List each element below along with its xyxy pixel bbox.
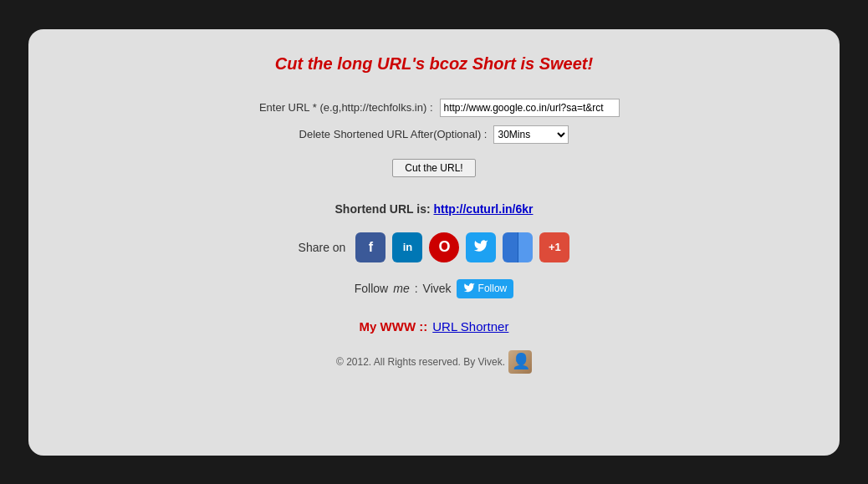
main-container: Cut the long URL's bcoz Short is Sweet! … xyxy=(28,29,840,456)
orkut-share-button[interactable]: O xyxy=(429,232,459,262)
twitter-follow-button[interactable]: Follow xyxy=(457,279,514,298)
follow-section: Follow me : Vivek Follow xyxy=(355,279,513,298)
twitter-share-button[interactable] xyxy=(466,232,496,262)
url-input[interactable] xyxy=(440,99,620,117)
footer-section: © 2012. All Rights reserved. By Vivek. xyxy=(336,350,532,374)
url-label: Enter URL * (e.g,http://techfolks.in) : xyxy=(249,101,433,114)
delicious-left xyxy=(503,232,518,262)
form-section: Enter URL * (e.g,http://techfolks.in) : … xyxy=(249,99,620,177)
my-www-label: My WWW :: xyxy=(360,319,428,334)
facebook-icon: f xyxy=(369,240,373,255)
googleplus-share-button[interactable]: +1 xyxy=(539,232,569,262)
twitter-bird-icon xyxy=(463,282,475,296)
url-row: Enter URL * (e.g,http://techfolks.in) : xyxy=(249,99,620,117)
my-www-link[interactable]: URL Shortner xyxy=(432,319,508,334)
delicious-share-button[interactable] xyxy=(503,232,533,262)
follow-prefix: Follow xyxy=(355,282,388,295)
delete-select[interactable]: Never 5Mins 10Mins 30Mins 1Hour 1Day xyxy=(493,125,569,144)
linkedin-icon: in xyxy=(403,241,413,253)
avatar-image xyxy=(508,350,532,374)
page-title: Cut the long URL's bcoz Short is Sweet! xyxy=(275,54,593,74)
linkedin-share-button[interactable]: in xyxy=(392,232,422,262)
delete-label: Delete Shortened URL After(Optional) : xyxy=(299,128,488,140)
button-row: Cut the URL! xyxy=(392,152,475,177)
delicious-right xyxy=(518,232,533,262)
shortened-url-link[interactable]: http://cuturl.in/6kr xyxy=(433,202,533,216)
cut-url-button[interactable]: Cut the URL! xyxy=(392,159,475,177)
delete-row: Delete Shortened URL After(Optional) : N… xyxy=(299,125,569,144)
shortened-url-label: Shortend URL is: xyxy=(335,202,431,216)
footer-text: © 2012. All Rights reserved. By Vivek. xyxy=(336,356,505,368)
share-label: Share on xyxy=(299,241,346,254)
orkut-icon: O xyxy=(438,238,450,256)
share-section: Share on f in O +1 xyxy=(299,232,570,262)
follow-name: Vivek xyxy=(423,282,452,295)
follow-colon: : xyxy=(415,282,418,295)
follow-button-label: Follow xyxy=(478,283,508,294)
facebook-share-button[interactable]: f xyxy=(355,232,385,262)
twitter-icon xyxy=(473,238,488,257)
my-www-section: My WWW :: URL Shortner xyxy=(360,319,509,334)
googleplus-icon: +1 xyxy=(549,241,561,253)
shortened-url-section: Shortend URL is: http://cuturl.in/6kr xyxy=(335,202,534,216)
follow-italic-word: me xyxy=(393,282,409,295)
